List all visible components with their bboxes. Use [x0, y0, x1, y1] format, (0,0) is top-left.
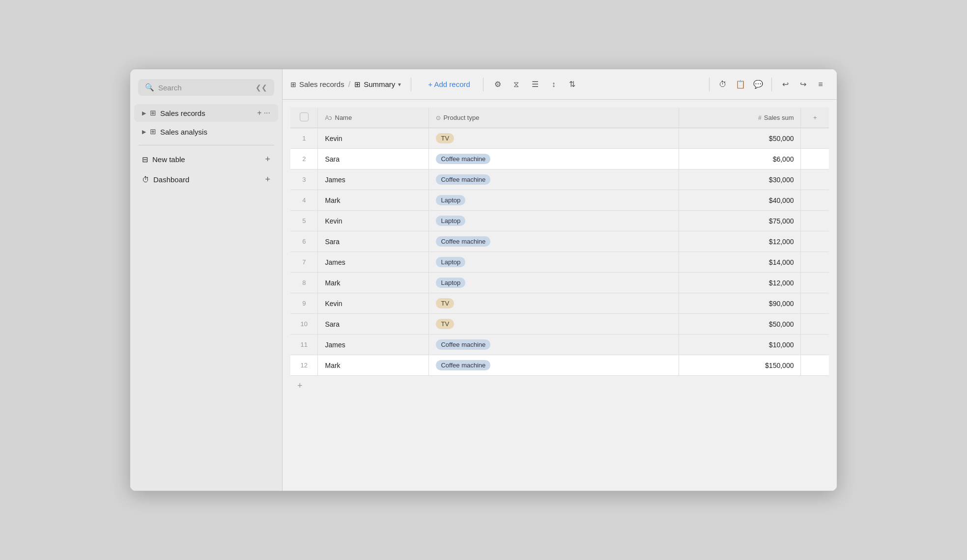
col-header-checkbox[interactable]: [290, 108, 318, 128]
sidebar-divider: [138, 145, 274, 145]
cell-product-type[interactable]: Coffee machine: [429, 169, 679, 190]
cell-name[interactable]: Kevin: [318, 293, 429, 314]
col-header-sales-sum[interactable]: #Sales sum: [679, 108, 801, 128]
settings-button[interactable]: ⚙: [489, 76, 506, 93]
cell-product-type[interactable]: Coffee machine: [429, 231, 679, 252]
table-row[interactable]: 6SaraCoffee machine$12,000: [290, 231, 829, 252]
sidebar-new-table[interactable]: ⊟ New table +: [134, 150, 278, 169]
toolbar-divider-4: [771, 78, 772, 91]
notes-button[interactable]: 📋: [732, 76, 749, 93]
cell-empty: [801, 252, 829, 273]
col-header-name[interactable]: AↄName: [318, 108, 429, 128]
cell-sales-sum: $30,000: [679, 169, 801, 190]
cell-name[interactable]: Mark: [318, 273, 429, 293]
sidebar-item-sales-analysis[interactable]: ▶ ⊞ Sales analysis: [134, 123, 278, 140]
breadcrumb: ⊞ Sales records / ⊞ Summary ▾: [290, 80, 401, 89]
cell-name[interactable]: Kevin: [318, 128, 429, 149]
toolbar-divider-2: [483, 78, 484, 91]
cell-product-type[interactable]: Coffee machine: [429, 149, 679, 169]
cell-sales-sum: $50,000: [679, 128, 801, 149]
data-table: AↄName ⊙Product type #Sales sum + 1Kevin…: [290, 108, 829, 376]
cell-empty: [801, 128, 829, 149]
toolbar-divider-3: [709, 78, 710, 91]
col-header-product-type[interactable]: ⊙Product type: [429, 108, 679, 128]
table-row[interactable]: 5KevinLaptop$75,000: [290, 211, 829, 231]
main-content: ⊞ Sales records / ⊞ Summary ▾ + Add reco…: [283, 69, 837, 491]
add-record-label: + Add record: [428, 80, 470, 88]
more-options-button[interactable]: ≡: [812, 76, 829, 93]
sidebar-item-sales-records[interactable]: ▶ ⊞ Sales records + ···: [134, 104, 278, 122]
cell-empty: [801, 293, 829, 314]
cell-name[interactable]: Sara: [318, 231, 429, 252]
cell-empty: [801, 211, 829, 231]
table-row[interactable]: 1KevinTV$50,000: [290, 128, 829, 149]
view-breadcrumb-icon: ⊞: [354, 80, 361, 89]
cell-name[interactable]: Kevin: [318, 211, 429, 231]
row-number: 12: [290, 355, 318, 376]
undo-button[interactable]: ↩: [777, 76, 794, 93]
table-row[interactable]: 10SaraTV$50,000: [290, 314, 829, 335]
cell-product-type[interactable]: Laptop: [429, 190, 679, 211]
cell-sales-sum: $40,000: [679, 190, 801, 211]
table-row[interactable]: 2SaraCoffee machine$6,000: [290, 149, 829, 169]
redo-button[interactable]: ↪: [795, 76, 811, 93]
table-row[interactable]: 7JamesLaptop$14,000: [290, 252, 829, 273]
name-col-icon: Aↄ: [325, 114, 332, 121]
row-number: 5: [290, 211, 318, 231]
add-row-button[interactable]: +: [290, 376, 829, 396]
table-row[interactable]: 11JamesCoffee machine$10,000: [290, 335, 829, 355]
history-button[interactable]: ⏱: [714, 76, 731, 93]
search-bar[interactable]: 🔍 Search ❮❮: [138, 79, 274, 96]
row-number: 6: [290, 231, 318, 252]
breadcrumb-view[interactable]: ⊞ Summary ▾: [354, 80, 401, 89]
table-row[interactable]: 4MarkLaptop$40,000: [290, 190, 829, 211]
row-number: 11: [290, 335, 318, 355]
cell-name[interactable]: Mark: [318, 190, 429, 211]
cell-product-type[interactable]: Coffee machine: [429, 355, 679, 376]
cell-name[interactable]: Sara: [318, 314, 429, 335]
cell-name[interactable]: James: [318, 252, 429, 273]
add-new-table-button[interactable]: +: [265, 154, 270, 165]
cell-product-type[interactable]: TV: [429, 293, 679, 314]
table-row[interactable]: 3JamesCoffee machine$30,000: [290, 169, 829, 190]
cell-sales-sum: $14,000: [679, 252, 801, 273]
sidebar-dashboard[interactable]: ⏱ Dashboard +: [134, 170, 278, 189]
add-record-button[interactable]: + Add record: [421, 77, 477, 92]
cell-product-type[interactable]: Laptop: [429, 273, 679, 293]
table-row[interactable]: 9KevinTV$90,000: [290, 293, 829, 314]
cell-name[interactable]: James: [318, 335, 429, 355]
filter-button[interactable]: ⧖: [508, 76, 525, 93]
cell-product-type[interactable]: Coffee machine: [429, 335, 679, 355]
table-row[interactable]: 12MarkCoffee machine$150,000: [290, 355, 829, 376]
collapse-button[interactable]: ❮❮: [256, 84, 267, 91]
cell-product-type[interactable]: TV: [429, 128, 679, 149]
add-icon[interactable]: +: [257, 109, 261, 117]
sidebar-item-label: Sales records: [160, 109, 253, 117]
row-number: 7: [290, 252, 318, 273]
group-button[interactable]: ⇅: [564, 76, 581, 93]
chat-button[interactable]: 💬: [750, 76, 767, 93]
cell-name[interactable]: Mark: [318, 355, 429, 376]
cell-product-type[interactable]: Laptop: [429, 211, 679, 231]
add-dashboard-button[interactable]: +: [265, 174, 270, 185]
table-body: 1KevinTV$50,0002SaraCoffee machine$6,000…: [290, 128, 829, 376]
table-row[interactable]: 8MarkLaptop$12,000: [290, 273, 829, 293]
col-header-add[interactable]: +: [801, 108, 829, 128]
fields-button[interactable]: ☰: [527, 76, 543, 93]
cell-product-type[interactable]: TV: [429, 314, 679, 335]
toolbar: ⊞ Sales records / ⊞ Summary ▾ + Add reco…: [283, 69, 837, 100]
cell-name[interactable]: James: [318, 169, 429, 190]
sort-button[interactable]: ↕: [545, 76, 562, 93]
sidebar-item-actions[interactable]: + ···: [257, 109, 270, 117]
header-checkbox[interactable]: [300, 112, 309, 121]
cell-product-type[interactable]: Laptop: [429, 252, 679, 273]
cell-empty: [801, 149, 829, 169]
more-icon[interactable]: ···: [264, 109, 270, 117]
breadcrumb-table-label: Sales records: [299, 80, 344, 88]
row-number: 3: [290, 169, 318, 190]
cell-empty: [801, 169, 829, 190]
row-number: 9: [290, 293, 318, 314]
sidebar-item-label: Sales analysis: [160, 128, 270, 136]
cell-name[interactable]: Sara: [318, 149, 429, 169]
breadcrumb-table[interactable]: ⊞ Sales records: [290, 80, 344, 88]
